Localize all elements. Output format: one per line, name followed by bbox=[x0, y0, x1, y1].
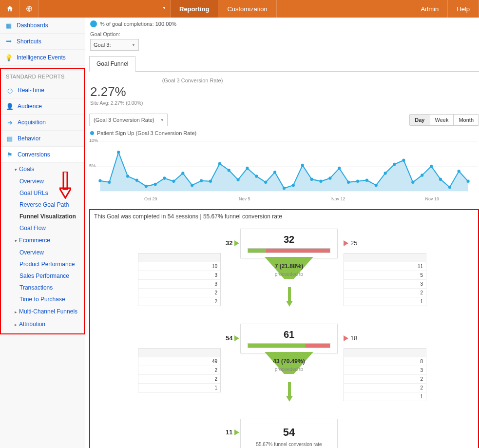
metric-selector[interactable]: (Goal 3 Conversion Rate) bbox=[89, 114, 168, 126]
step1-in-value: 32 bbox=[226, 239, 232, 247]
site-avg-value: Site Avg: 2.27% (0.00%) bbox=[90, 100, 478, 106]
sidebar-item-intel[interactable]: 💡Intelligence Events bbox=[0, 50, 85, 66]
series-dot-icon bbox=[90, 131, 94, 135]
sidebar-item-realtime[interactable]: ◷Real-Time bbox=[1, 82, 84, 98]
subtree-multi-channel[interactable]: Multi-Channel Funnels bbox=[1, 305, 84, 318]
svg-point-17 bbox=[228, 169, 230, 172]
subitem-goal-urls[interactable]: Goal URLs bbox=[1, 187, 84, 199]
funnel-step-2: 54 61 18 49 2 2 1 8 3 2 2 1 43 (70.49%) … bbox=[94, 324, 474, 414]
exits-table-2: 8 3 2 2 1 bbox=[344, 348, 426, 401]
svg-rect-45 bbox=[288, 287, 291, 302]
tab-reporting[interactable]: Reporting bbox=[171, 0, 218, 18]
subitem-funnel-visualization[interactable]: Funnel Visualization bbox=[1, 211, 84, 222]
exit-arrow-icon bbox=[344, 240, 348, 246]
tab-help[interactable]: Help bbox=[448, 0, 479, 18]
proceed-value-2: 43 (70.49%) bbox=[255, 358, 323, 365]
svg-point-22 bbox=[273, 171, 276, 174]
exit-arrow-icon bbox=[344, 335, 348, 341]
globe-icon[interactable] bbox=[19, 0, 39, 18]
svg-point-41 bbox=[448, 186, 451, 189]
svg-point-31 bbox=[356, 179, 359, 183]
tab-customization[interactable]: Customization bbox=[218, 0, 276, 18]
svg-point-32 bbox=[365, 178, 368, 182]
shortcuts-icon: ⮕ bbox=[5, 38, 13, 45]
standard-reports-header: STANDARD REPORTS bbox=[1, 69, 84, 82]
svg-point-18 bbox=[237, 178, 240, 181]
top-nav: Reporting Customization Admin Help bbox=[0, 0, 479, 18]
svg-point-40 bbox=[439, 177, 442, 181]
svg-marker-49 bbox=[286, 396, 293, 402]
bulb-icon: 💡 bbox=[5, 54, 13, 61]
main-content: % of goal completions: 100.00% Goal Opti… bbox=[85, 18, 479, 448]
time-month[interactable]: Month bbox=[453, 115, 479, 125]
subtree-attribution[interactable]: Attribution bbox=[1, 318, 84, 331]
stage-box-2: 61 bbox=[240, 324, 338, 353]
goal-option-select[interactable]: Goal 3: bbox=[90, 39, 139, 51]
subtree-goals[interactable]: Goals bbox=[1, 163, 84, 175]
subtree-ecommerce[interactable]: Ecommerce bbox=[1, 234, 84, 247]
line-chart: 10% 5% bbox=[90, 137, 478, 195]
step2-exit-value: 18 bbox=[350, 334, 357, 342]
stage2-count: 61 bbox=[248, 329, 330, 340]
sidebar-label: Conversions bbox=[18, 151, 50, 158]
subitem-reverse-goal-path[interactable]: Reverse Goal Path bbox=[1, 199, 84, 211]
svg-point-5 bbox=[117, 151, 120, 154]
clock-icon: ◷ bbox=[6, 86, 14, 94]
subitem-product-performance[interactable]: Product Performance bbox=[1, 258, 84, 270]
tab-admin[interactable]: Admin bbox=[412, 0, 448, 18]
svg-point-20 bbox=[255, 175, 258, 178]
svg-point-12 bbox=[181, 172, 184, 175]
exits-table-1: 11 5 3 2 1 bbox=[344, 253, 426, 306]
sidebar-label: Acquisition bbox=[18, 119, 46, 126]
svg-rect-48 bbox=[288, 382, 291, 397]
tab-goal-funnel[interactable]: Goal Funnel bbox=[89, 56, 135, 72]
subitem-sales-performance[interactable]: Sales Performance bbox=[1, 270, 84, 282]
sidebar-label: Audience bbox=[18, 103, 42, 110]
svg-point-21 bbox=[264, 181, 267, 184]
svg-point-6 bbox=[126, 175, 129, 178]
home-icon[interactable] bbox=[0, 0, 19, 18]
sidebar-label: Real-Time bbox=[18, 87, 44, 94]
pie-icon bbox=[90, 20, 97, 27]
sidebar-label: Dashboards bbox=[17, 22, 48, 29]
subitem-ecom-overview[interactable]: Overview bbox=[1, 247, 84, 258]
svg-point-38 bbox=[421, 174, 423, 177]
svg-point-33 bbox=[375, 184, 378, 187]
sidebar-label: Shortcuts bbox=[17, 38, 41, 45]
svg-point-34 bbox=[384, 172, 387, 175]
svg-point-26 bbox=[310, 177, 313, 181]
time-week[interactable]: Week bbox=[430, 115, 454, 125]
dashboards-icon: ▦ bbox=[5, 21, 13, 29]
enter-arrow-icon bbox=[234, 335, 239, 341]
svg-point-24 bbox=[292, 184, 295, 187]
svg-point-4 bbox=[108, 181, 111, 184]
chart-x-labels: Oct 29 Nov 5 Nov 12 Nov 19 bbox=[89, 195, 479, 201]
subitem-goal-flow[interactable]: Goal Flow bbox=[1, 222, 84, 234]
sidebar-item-shortcuts[interactable]: ⮕Shortcuts bbox=[0, 34, 85, 50]
stage-box-1: 32 bbox=[240, 229, 338, 258]
metric-selector-label: (Goal 3 Conversion Rate) bbox=[94, 117, 154, 123]
sidebar-item-acquisition[interactable]: ➜Acquisition bbox=[1, 115, 84, 131]
time-day[interactable]: Day bbox=[410, 115, 429, 125]
sidebar-item-conversions[interactable]: ⚑Conversions bbox=[1, 147, 84, 163]
subitem-transactions[interactable]: Transactions bbox=[1, 282, 84, 293]
left-sidebar: ▦Dashboards ⮕Shortcuts 💡Intelligence Eve… bbox=[0, 18, 85, 448]
sidebar-item-behavior[interactable]: ▤Behavior bbox=[1, 131, 84, 147]
subitem-time-to-purchase[interactable]: Time to Purchase bbox=[1, 293, 84, 305]
arrow-icon: ➜ bbox=[6, 118, 14, 126]
svg-point-36 bbox=[402, 158, 405, 162]
list-icon: ▤ bbox=[6, 135, 14, 142]
sidebar-item-dashboards[interactable]: ▦Dashboards bbox=[0, 18, 85, 34]
entries-table-1: 10 3 3 2 2 bbox=[138, 253, 221, 306]
sidebar-label: Intelligence Events bbox=[17, 54, 66, 61]
account-selector[interactable] bbox=[39, 0, 171, 18]
svg-point-3 bbox=[98, 179, 101, 182]
svg-point-39 bbox=[430, 165, 433, 168]
conversion-rate-value: 2.27% bbox=[90, 84, 478, 99]
sidebar-item-audience[interactable]: 👤Audience bbox=[1, 98, 84, 115]
svg-point-7 bbox=[135, 178, 138, 182]
final-subtext: 55.67% funnel conversion rate bbox=[248, 442, 330, 447]
svg-point-9 bbox=[154, 183, 157, 186]
subitem-overview[interactable]: Overview bbox=[1, 175, 84, 187]
sidebar-label: Behavior bbox=[18, 135, 40, 142]
